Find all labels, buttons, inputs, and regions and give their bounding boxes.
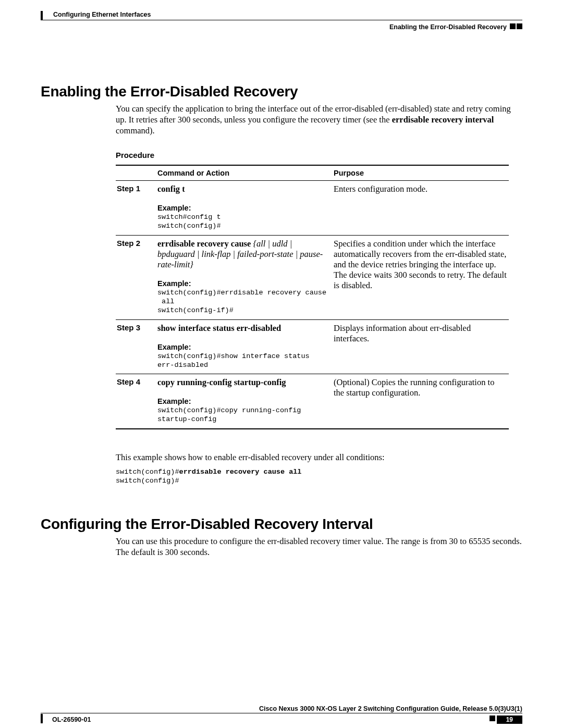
page-number: 19 [497, 715, 522, 724]
post-example: This example shows how to enable err-dis… [116, 452, 522, 486]
header-rule [41, 20, 522, 20]
text-bold: errdisable recovery interval [392, 115, 494, 125]
table-row: Step 3 show interface status err-disable… [116, 319, 509, 374]
page-footer: Cisco Nexus 3000 NX-OS Layer 2 Switching… [41, 713, 522, 713]
step-cell: Step 2 [116, 236, 156, 320]
book-title: Cisco Nexus 3000 NX-OS Layer 2 Switching… [259, 705, 522, 712]
command-text: show interface status err-disabled [157, 323, 281, 333]
chapter-title: Configuring Ethernet Interfaces [53, 11, 151, 18]
heading-2: Configuring the Error-Disabled Recovery … [41, 516, 522, 533]
command-cell: show interface status err-disabled Examp… [156, 319, 333, 374]
intro-paragraph: You can specify the application to bring… [116, 103, 522, 136]
example-label: Example: [157, 279, 331, 288]
command-cell: copy running-config startup-config Examp… [156, 374, 333, 429]
footer-square-icon [489, 715, 495, 721]
page-header: Configuring Ethernet Interfaces Enabling… [41, 13, 522, 31]
command-text: copy running-config startup-config [157, 377, 286, 387]
col-purpose: Purpose [333, 165, 509, 181]
table-row: Step 2 errdisable recovery cause {all | … [116, 236, 509, 320]
step-cell: Step 3 [116, 319, 156, 374]
section-title: Enabling the Error-Disabled Recovery [389, 23, 507, 31]
purpose-cell: Displays information about err-disabled … [333, 319, 509, 374]
footer-rule [41, 713, 522, 713]
procedure-heading: Procedure [116, 151, 522, 159]
example-label: Example: [157, 204, 331, 212]
page: Configuring Ethernet Interfaces Enabling… [0, 0, 563, 728]
command-text: config t [157, 184, 185, 194]
header-mark-icon [41, 11, 43, 20]
code-block: switch(config)#errdisable recovery cause… [116, 468, 522, 486]
code-plain: switch(config)# [116, 477, 179, 485]
text: command). [116, 126, 155, 135]
col-step [116, 165, 156, 181]
code-block: switch#config t switch(config)# [157, 213, 331, 231]
procedure-table: Command or Action Purpose Step 1 config … [116, 165, 509, 429]
code-block: switch(config)#show interface status err… [157, 352, 331, 370]
heading-1: Enabling the Error-Disabled Recovery [41, 83, 522, 100]
example-label: Example: [157, 397, 331, 405]
example-label: Example: [157, 343, 331, 351]
table-row: Step 4 copy running-config startup-confi… [116, 374, 509, 429]
purpose-cell: (Optional) Copies the running configurat… [333, 374, 509, 429]
document-id: OL-26590-01 [52, 716, 91, 723]
header-square-icon [517, 23, 522, 29]
purpose-cell: Enters configuration mode. [333, 181, 509, 236]
purpose-cell: Specifies a condition under which the in… [333, 236, 509, 320]
col-command: Command or Action [156, 165, 333, 181]
table-row: Step 1 config t Example: switch#config t… [116, 181, 509, 236]
code-block: switch(config)#errdisable recovery cause… [157, 289, 331, 315]
text: This example shows how to enable err-dis… [116, 452, 522, 463]
footer-mark-icon [41, 714, 43, 723]
intro-paragraph: You can use this procedure to configure … [116, 536, 522, 558]
command-text: errdisable recovery cause [157, 239, 251, 249]
step-cell: Step 1 [116, 181, 156, 236]
code-block: switch(config)#copy running-config start… [157, 406, 331, 424]
header-square-icon [510, 23, 516, 29]
table-header-row: Command or Action Purpose [116, 165, 509, 181]
step-cell: Step 4 [116, 374, 156, 429]
command-cell: errdisable recovery cause {all | udld | … [156, 236, 333, 320]
code-plain: switch(config)# [116, 468, 179, 476]
code-bold: errdisable recovery cause all [179, 468, 302, 476]
command-cell: config t Example: switch#config t switch… [156, 181, 333, 236]
